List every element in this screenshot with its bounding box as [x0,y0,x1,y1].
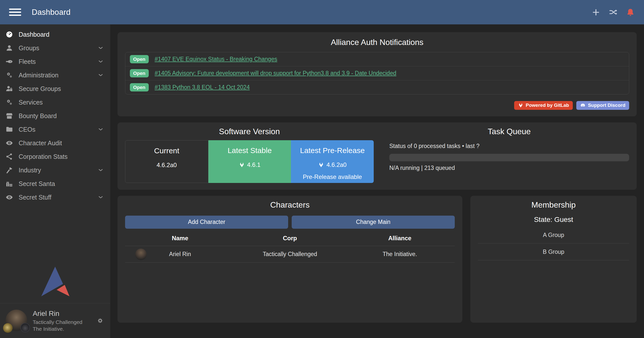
notification-link[interactable]: #1407 EVE Equinox Status - Breaking Chan… [155,56,277,63]
sidebar-item-secure-groups[interactable]: Secure Groups [0,82,110,95]
notification-link[interactable]: #1405 Advisory: Future development will … [155,70,396,77]
status-badge: Open [130,55,149,63]
gear-icon[interactable] [96,317,104,325]
corp-logo [3,323,13,333]
sidebar-item-label: Secure Groups [19,85,61,92]
sidebar-item-label: Corporation Stats [19,153,68,160]
column-header-corp: Corp [235,235,345,242]
shuffle-icon[interactable] [609,8,617,17]
chevron-down-icon [98,167,104,173]
sidebar-item-secret-stuff[interactable]: Secret Stuff [0,190,110,204]
sidebar-item-character-audit[interactable]: Character Audit [0,136,110,150]
eye-icon [6,139,13,147]
column-header-name: Name [125,235,235,242]
status-badge: Open [130,83,149,91]
sidebar-item-label: Character Audit [19,139,62,147]
characters-title: Characters [125,200,455,210]
chevron-down-icon [98,59,104,65]
column-header-alliance: Alliance [345,235,455,242]
change-main-button[interactable]: Change Main [292,216,455,229]
chevron-down-icon [98,126,104,132]
user-corp: Tactically Challenged [33,319,82,325]
membership-title: Membership [478,200,629,210]
notifications-title: Alliance Auth Notifications [125,38,629,47]
sidebar-item-label: CEOs [19,126,35,133]
version-cell-prerelease: Latest Pre-Release 4.6.2a0 Pre-Release a… [291,140,374,183]
user-lock-icon [6,85,13,92]
sidebar-item-ceos[interactable]: CEOs [0,123,110,136]
discord-icon [580,103,586,108]
sidebar-item-label: Secret Stuff [19,194,51,201]
gitlab-icon [239,162,245,168]
menu-toggle-icon[interactable] [9,9,21,16]
sidebar-item-services[interactable]: Services [0,95,110,109]
page-title: Dashboard [32,8,70,17]
version-cell-title: Latest Stable [208,146,291,155]
alliance-logo [20,323,30,332]
sidebar-item-label: Dashboard [19,31,49,38]
task-queue-section: Task Queue Status of 0 processed tasks •… [389,127,629,186]
plus-icon[interactable] [592,8,600,17]
version-cell-title: Latest Pre-Release [291,146,374,155]
chevron-down-icon [98,45,104,51]
user-panel: Ariel Rin Tactically Challenged The Init… [0,303,110,338]
notifications-list: Open #1407 EVE Equinox Status - Breaking… [125,52,629,94]
notification-item: Open #1407 EVE Equinox Status - Breaking… [125,52,629,66]
main-content: Alliance Auth Notifications Open #1407 E… [110,24,644,338]
sidebar-item-groups[interactable]: Groups [0,41,110,55]
discord-badge[interactable]: Support Discord [576,101,629,110]
gauge-icon [6,31,13,38]
list-item: B Group [478,244,629,260]
gitlab-icon [318,162,324,168]
task-queue-title: Task Queue [389,127,629,136]
sidebar-item-secret-santa[interactable]: Secret Santa [0,177,110,190]
version-number: 4.6.1 [247,161,260,168]
version-number: 4.6.2a0 [326,161,347,168]
shuttle-icon [6,58,13,65]
sidebar-item-bounty-board[interactable]: Bounty Board [0,109,110,123]
version-table: Current 4.6.2a0 Latest Stable 4.6.1 Late… [125,140,374,183]
user-alliance: The Initiative. [33,326,82,332]
store-icon [6,112,13,120]
sidebar-item-label: Services [19,99,43,106]
user-icon [6,44,13,52]
sidebar: Dashboard Groups Fleets Administration S… [0,24,110,338]
table-row: Ariel Rin Tactically Challenged The Init… [125,246,455,263]
user-name: Ariel Rin [33,309,82,318]
characters-card: Characters Add Character Change Main Nam… [118,196,462,323]
list-item: A Group [478,227,629,244]
admin-status-card: Software Version Current 4.6.2a0 Latest … [118,122,637,190]
cell-character-alliance: The Initiative. [345,251,455,258]
eye-icon [6,194,13,201]
membership-state: State: Guest [478,216,629,224]
hammer-icon [6,166,13,174]
characters-table-header: Name Corp Alliance [125,235,455,246]
bell-icon[interactable] [626,8,635,17]
sidebar-item-label: Administration [19,72,58,79]
sidebar-item-label: Industry [19,167,41,174]
sidebar-item-fleets[interactable]: Fleets [0,55,110,68]
task-queue-status: Status of 0 processed tasks • last ? [389,143,629,150]
notification-link[interactable]: #1383 Python 3.8 EOL - 14 Oct 2024 [155,84,250,91]
share-nodes-icon [6,153,13,160]
gitlab-icon [518,103,523,108]
sidebar-item-label: Groups [19,44,39,52]
gifts-icon [6,180,13,187]
discord-badge-label: Support Discord [588,103,625,108]
gitlab-badge[interactable]: Powered by GitLab [514,101,573,110]
membership-card: Membership State: Guest A Group B Group [470,196,637,323]
software-version-title: Software Version [125,127,374,136]
membership-groups-list: A Group B Group [478,227,629,260]
chevron-down-icon [98,72,104,78]
gears-icon [6,71,13,79]
sidebar-item-label: Secret Santa [19,180,55,187]
folder-icon [6,126,13,133]
sidebar-item-industry[interactable]: Industry [0,163,110,177]
task-queue-counts: N/A running | 213 queued [389,165,629,171]
add-character-button[interactable]: Add Character [125,216,288,229]
software-version-section: Software Version Current 4.6.2a0 Latest … [125,127,374,186]
sidebar-item-corporation-stats[interactable]: Corporation Stats [0,150,110,163]
character-portrait [135,249,147,260]
sidebar-item-dashboard[interactable]: Dashboard [0,28,110,41]
sidebar-item-administration[interactable]: Administration [0,68,110,82]
